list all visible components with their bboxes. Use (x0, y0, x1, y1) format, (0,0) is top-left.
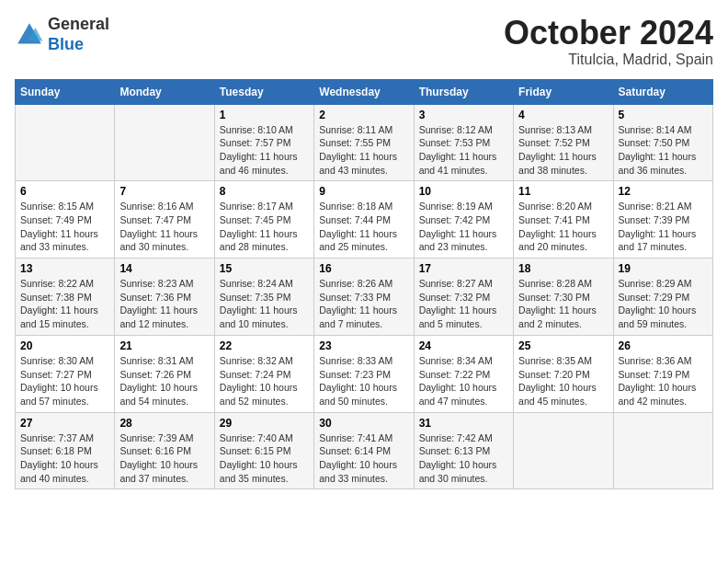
weekday-header: Friday (514, 79, 613, 104)
calendar-cell: 31Sunrise: 7:42 AM Sunset: 6:13 PM Dayli… (414, 412, 513, 489)
day-detail: Sunrise: 7:42 AM Sunset: 6:13 PM Dayligh… (419, 431, 508, 486)
day-detail: Sunrise: 8:14 AM Sunset: 7:50 PM Dayligh… (619, 123, 708, 178)
day-number: 2 (319, 109, 408, 121)
calendar-cell: 15Sunrise: 8:24 AM Sunset: 7:35 PM Dayli… (214, 259, 313, 336)
day-detail: Sunrise: 8:23 AM Sunset: 7:36 PM Dayligh… (119, 277, 209, 331)
logo-general: General (48, 15, 109, 33)
day-number: 3 (419, 109, 508, 121)
day-number: 13 (20, 262, 109, 275)
day-detail: Sunrise: 8:15 AM Sunset: 7:49 PM Dayligh… (20, 200, 109, 254)
day-detail: Sunrise: 8:29 AM Sunset: 7:29 PM Dayligh… (619, 277, 708, 331)
day-number: 19 (619, 262, 708, 275)
day-number: 31 (419, 417, 508, 430)
day-detail: Sunrise: 8:10 AM Sunset: 7:57 PM Dayligh… (220, 123, 309, 178)
calendar-cell (115, 104, 214, 181)
day-number: 30 (319, 417, 408, 430)
day-detail: Sunrise: 7:39 AM Sunset: 6:16 PM Dayligh… (119, 431, 209, 486)
day-number: 29 (220, 417, 309, 430)
calendar-cell: 9Sunrise: 8:18 AM Sunset: 7:44 PM Daylig… (314, 181, 414, 259)
day-detail: Sunrise: 8:12 AM Sunset: 7:53 PM Dayligh… (419, 123, 508, 178)
page-header: General Blue October 2024 Titulcia, Madr… (15, 15, 713, 68)
day-number: 24 (419, 339, 508, 352)
weekday-header: Sunday (16, 79, 115, 104)
weekday-header-row: SundayMondayTuesdayWednesdayThursdayFrid… (16, 79, 713, 104)
day-detail: Sunrise: 8:18 AM Sunset: 7:44 PM Dayligh… (319, 200, 408, 254)
day-detail: Sunrise: 8:22 AM Sunset: 7:38 PM Dayligh… (20, 277, 109, 331)
calendar-cell: 10Sunrise: 8:19 AM Sunset: 7:42 PM Dayli… (414, 181, 513, 259)
calendar-cell (16, 104, 115, 181)
day-number: 14 (119, 262, 209, 275)
calendar-cell: 24Sunrise: 8:34 AM Sunset: 7:22 PM Dayli… (414, 335, 513, 412)
day-detail: Sunrise: 8:17 AM Sunset: 7:45 PM Dayligh… (220, 200, 309, 254)
day-number: 20 (20, 339, 109, 352)
day-detail: Sunrise: 8:26 AM Sunset: 7:33 PM Dayligh… (319, 277, 408, 331)
weekday-header: Saturday (613, 79, 712, 104)
location: Titulcia, Madrid, Spain (504, 52, 713, 68)
day-detail: Sunrise: 7:40 AM Sunset: 6:15 PM Dayligh… (220, 431, 309, 486)
calendar-cell: 3Sunrise: 8:12 AM Sunset: 7:53 PM Daylig… (414, 104, 513, 181)
day-detail: Sunrise: 8:36 AM Sunset: 7:19 PM Dayligh… (619, 354, 708, 408)
calendar-table: SundayMondayTuesdayWednesdayThursdayFrid… (15, 79, 713, 490)
calendar-cell: 17Sunrise: 8:27 AM Sunset: 7:32 PM Dayli… (414, 259, 513, 336)
month-title: October 2024 (504, 15, 713, 52)
weekday-header: Tuesday (214, 79, 313, 104)
day-detail: Sunrise: 8:21 AM Sunset: 7:39 PM Dayligh… (619, 200, 708, 254)
calendar-cell: 6Sunrise: 8:15 AM Sunset: 7:49 PM Daylig… (16, 181, 115, 259)
day-detail: Sunrise: 7:41 AM Sunset: 6:14 PM Dayligh… (319, 431, 408, 486)
day-number: 6 (20, 185, 109, 198)
day-detail: Sunrise: 8:11 AM Sunset: 7:55 PM Dayligh… (319, 123, 408, 178)
calendar-week-row: 27Sunrise: 7:37 AM Sunset: 6:18 PM Dayli… (16, 412, 713, 489)
calendar-cell: 2Sunrise: 8:11 AM Sunset: 7:55 PM Daylig… (314, 104, 414, 181)
logo-blue: Blue (48, 35, 84, 53)
calendar-cell: 11Sunrise: 8:20 AM Sunset: 7:41 PM Dayli… (514, 181, 613, 259)
calendar-cell: 1Sunrise: 8:10 AM Sunset: 7:57 PM Daylig… (214, 104, 313, 181)
calendar-cell: 23Sunrise: 8:33 AM Sunset: 7:23 PM Dayli… (314, 335, 414, 412)
day-number: 9 (319, 185, 408, 198)
calendar-cell (514, 412, 613, 489)
day-detail: Sunrise: 8:19 AM Sunset: 7:42 PM Dayligh… (419, 200, 508, 254)
weekday-header: Monday (115, 79, 214, 104)
day-detail: Sunrise: 8:13 AM Sunset: 7:52 PM Dayligh… (518, 123, 608, 178)
calendar-cell: 29Sunrise: 7:40 AM Sunset: 6:15 PM Dayli… (214, 412, 313, 489)
day-number: 21 (119, 339, 209, 352)
calendar-cell: 12Sunrise: 8:21 AM Sunset: 7:39 PM Dayli… (613, 181, 712, 259)
day-number: 5 (619, 109, 708, 121)
day-detail: Sunrise: 8:28 AM Sunset: 7:30 PM Dayligh… (518, 277, 608, 331)
calendar-cell: 14Sunrise: 8:23 AM Sunset: 7:36 PM Dayli… (115, 259, 214, 336)
title-block: October 2024 Titulcia, Madrid, Spain (504, 15, 713, 68)
day-number: 7 (119, 185, 209, 198)
logo: General Blue (15, 15, 109, 54)
day-detail: Sunrise: 8:24 AM Sunset: 7:35 PM Dayligh… (220, 277, 309, 331)
day-number: 10 (419, 185, 508, 198)
day-detail: Sunrise: 8:20 AM Sunset: 7:41 PM Dayligh… (518, 200, 608, 254)
day-detail: Sunrise: 8:31 AM Sunset: 7:26 PM Dayligh… (119, 354, 209, 408)
calendar-week-row: 13Sunrise: 8:22 AM Sunset: 7:38 PM Dayli… (16, 259, 713, 336)
calendar-week-row: 6Sunrise: 8:15 AM Sunset: 7:49 PM Daylig… (16, 181, 713, 259)
calendar-cell: 26Sunrise: 8:36 AM Sunset: 7:19 PM Dayli… (613, 335, 712, 412)
day-detail: Sunrise: 8:33 AM Sunset: 7:23 PM Dayligh… (319, 354, 408, 408)
calendar-cell: 28Sunrise: 7:39 AM Sunset: 6:16 PM Dayli… (115, 412, 214, 489)
day-detail: Sunrise: 8:30 AM Sunset: 7:27 PM Dayligh… (20, 354, 109, 408)
day-number: 25 (518, 339, 608, 352)
day-number: 11 (518, 185, 608, 198)
calendar-cell: 4Sunrise: 8:13 AM Sunset: 7:52 PM Daylig… (514, 104, 613, 181)
day-detail: Sunrise: 8:34 AM Sunset: 7:22 PM Dayligh… (419, 354, 508, 408)
calendar-week-row: 1Sunrise: 8:10 AM Sunset: 7:57 PM Daylig… (16, 104, 713, 181)
calendar-cell: 20Sunrise: 8:30 AM Sunset: 7:27 PM Dayli… (16, 335, 115, 412)
calendar-cell: 22Sunrise: 8:32 AM Sunset: 7:24 PM Dayli… (214, 335, 313, 412)
day-number: 15 (220, 262, 309, 275)
day-number: 16 (319, 262, 408, 275)
day-detail: Sunrise: 7:37 AM Sunset: 6:18 PM Dayligh… (20, 431, 109, 486)
day-detail: Sunrise: 8:16 AM Sunset: 7:47 PM Dayligh… (119, 200, 209, 254)
calendar-cell: 16Sunrise: 8:26 AM Sunset: 7:33 PM Dayli… (314, 259, 414, 336)
calendar-cell: 19Sunrise: 8:29 AM Sunset: 7:29 PM Dayli… (613, 259, 712, 336)
calendar-cell: 7Sunrise: 8:16 AM Sunset: 7:47 PM Daylig… (115, 181, 214, 259)
day-number: 23 (319, 339, 408, 352)
calendar-cell: 25Sunrise: 8:35 AM Sunset: 7:20 PM Dayli… (514, 335, 613, 412)
weekday-header: Wednesday (314, 79, 414, 104)
day-detail: Sunrise: 8:35 AM Sunset: 7:20 PM Dayligh… (518, 354, 608, 408)
day-detail: Sunrise: 8:32 AM Sunset: 7:24 PM Dayligh… (220, 354, 309, 408)
logo-icon (15, 20, 44, 50)
day-number: 27 (20, 417, 109, 430)
calendar-cell: 13Sunrise: 8:22 AM Sunset: 7:38 PM Dayli… (16, 259, 115, 336)
